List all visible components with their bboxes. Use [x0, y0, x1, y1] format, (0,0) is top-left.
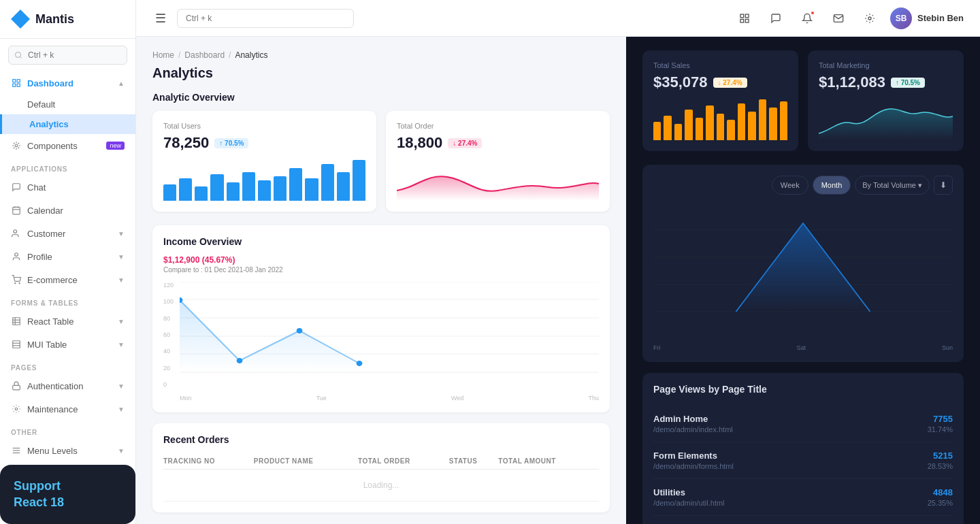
sidebar-item-authentication[interactable]: Authentication ▼ — [0, 374, 135, 397]
calendar-icon — [11, 205, 22, 216]
sidebar-item-chat[interactable]: Chat — [0, 176, 135, 199]
pv-name-2: Form Elements — [653, 451, 734, 461]
col-tracking: Tracking No — [163, 453, 254, 470]
section-label-forms: Forms & Tables — [0, 291, 135, 310]
support-popup-title: Support React 18 — [14, 478, 122, 510]
sidebar-item-menu-levels[interactable]: Menu Levels ▼ — [0, 439, 135, 462]
breadcrumb-home[interactable]: Home — [152, 50, 174, 60]
sidebar-item-ecommerce[interactable]: E-commerce ▼ — [0, 268, 135, 291]
stat-label-marketing: Total Marketing — [819, 61, 953, 69]
user-avatar: SB — [890, 7, 912, 29]
components-icon — [11, 140, 22, 151]
svg-point-38 — [297, 328, 303, 333]
page-view-item-1: Admin Home /demo/admin/index.html 7755 3… — [653, 406, 953, 442]
messages-button[interactable] — [765, 7, 787, 29]
apps-button[interactable] — [734, 7, 755, 29]
settings-button[interactable] — [859, 7, 881, 29]
maintenance-chevron: ▼ — [118, 406, 125, 413]
svg-rect-5 — [13, 207, 20, 214]
income-chart-area: MonTueWedThu — [180, 282, 599, 402]
svg-rect-1 — [17, 80, 20, 82]
auth-chevron: ▼ — [118, 382, 125, 390]
sidebar-search-input[interactable] — [8, 46, 127, 65]
x-axis-labels: MonTueWedThu — [180, 395, 599, 402]
breadcrumb-current: Analytics — [235, 50, 267, 60]
svg-point-39 — [357, 361, 363, 366]
col-status: Status — [449, 453, 499, 470]
notification-dot — [810, 10, 815, 16]
stat-card-users: Total Users 78,250 ↑ 70.5% — [152, 111, 376, 212]
analytic-overview-title: Analytic Overview — [152, 92, 610, 103]
dark-income-chart-card: Week Month By Total Volume ▾ ⬇ — [642, 165, 964, 362]
stat-badge-marketing: ↑ 70.5% — [891, 78, 925, 88]
week-button[interactable]: Week — [772, 176, 808, 195]
page-views-title: Page Views by Page Title — [653, 384, 953, 395]
svg-rect-13 — [13, 318, 20, 325]
sidebar-subitem-default[interactable]: Default — [0, 95, 135, 114]
svg-point-4 — [15, 144, 18, 147]
header-search-input[interactable] — [177, 9, 354, 28]
dashboard-icon — [11, 78, 22, 88]
volume-select[interactable]: By Total Volume ▾ — [855, 176, 930, 195]
profile-chevron: ▼ — [118, 253, 125, 261]
sidebar-item-profile[interactable]: Profile ▼ — [0, 245, 135, 268]
page-view-item-2: Form Elements /demo/admin/forms.html 521… — [653, 442, 953, 479]
mail-button[interactable] — [828, 7, 849, 29]
stat-badge-order: ↓ 27.4% — [448, 138, 482, 148]
sidebar-item-dashboard[interactable]: Dashboard ▲ — [0, 71, 135, 95]
breadcrumb-dashboard[interactable]: Dashboard — [184, 50, 225, 60]
logo-icon — [11, 10, 30, 29]
support-popup[interactable]: Support React 18 — [0, 465, 135, 524]
sidebar-item-calendar[interactable]: Calendar — [0, 199, 135, 222]
section-label-applications: Applications — [0, 157, 135, 176]
y-axis-labels: 020406080100120 — [163, 282, 174, 388]
sidebar-item-maintenance[interactable]: Maintenance ▼ — [0, 397, 135, 421]
sidebar-subitem-analytics[interactable]: Analytics — [0, 114, 135, 134]
dark-chart-controls: Week Month By Total Volume ▾ ⬇ — [653, 176, 953, 195]
pv-pct-3: 25.35% — [928, 499, 953, 507]
mui-table-chevron: ▼ — [118, 341, 125, 348]
sidebar-item-react-table-label: React Table — [27, 316, 74, 327]
sidebar-item-components[interactable]: Components new — [0, 134, 135, 157]
svg-point-11 — [15, 283, 16, 284]
section-label-pages: Pages — [0, 356, 135, 374]
bar-chart-sales — [653, 99, 787, 140]
stat-badge-users: ↑ 70.5% — [214, 138, 248, 148]
section-label-other: Other — [0, 421, 135, 439]
sidebar: Mantis Dashboard ▲ Default Analytics Com… — [0, 0, 136, 524]
stat-label-order: Total Order — [397, 122, 599, 130]
svg-point-10 — [15, 253, 18, 257]
area-chart-marketing — [819, 99, 953, 140]
page-view-item-4: Form Validation /demo/admin/validation.h… — [653, 516, 953, 524]
area-chart-order — [397, 160, 599, 201]
svg-point-29 — [868, 17, 871, 20]
sidebar-item-components-label: Components — [27, 141, 78, 151]
dark-stat-cards: Total Sales $35,078 ↓ 27.4% — [642, 50, 964, 151]
svg-rect-27 — [740, 19, 744, 22]
month-button[interactable]: Month — [813, 176, 851, 195]
sidebar-nav: Dashboard ▲ Default Analytics Components… — [0, 71, 135, 465]
notifications-button[interactable] — [796, 7, 818, 29]
sidebar-item-maintenance-label: Maintenance — [27, 404, 78, 414]
menu-toggle-button[interactable]: ☰ — [152, 8, 169, 29]
stat-label-sales: Total Sales — [653, 61, 787, 69]
sidebar-item-mui-table[interactable]: MUI Table ▼ — [0, 333, 135, 356]
sidebar-search-wrap — [0, 39, 135, 71]
stat-card-order: Total Order 18,800 ↓ 27.4% — [386, 111, 610, 212]
sidebar-item-dashboard-label: Dashboard — [27, 78, 74, 88]
pv-pct-2: 28.53% — [928, 462, 953, 470]
header-search-wrap — [177, 9, 354, 28]
sidebar-item-customer[interactable]: Customer ▼ — [0, 222, 135, 245]
react-table-icon — [11, 316, 22, 327]
download-button[interactable]: ⬇ — [934, 176, 953, 195]
table-row: Loading... — [163, 470, 599, 502]
orders-table: Tracking No Product Name Total Order Sta… — [163, 453, 599, 502]
pv-count-2: 5215 — [928, 451, 953, 461]
user-profile-button[interactable]: SB Stebin Ben — [890, 7, 964, 29]
main-content: ☰ SB Stebin Ben — [136, 0, 980, 524]
recent-orders-card: Recent Orders Tracking No Product Name T… — [152, 423, 610, 512]
sidebar-item-react-table[interactable]: React Table ▼ — [0, 310, 135, 333]
app-name: Mantis — [35, 12, 74, 27]
mui-table-icon — [11, 339, 22, 350]
income-overview-title: Income Overview — [163, 236, 283, 247]
